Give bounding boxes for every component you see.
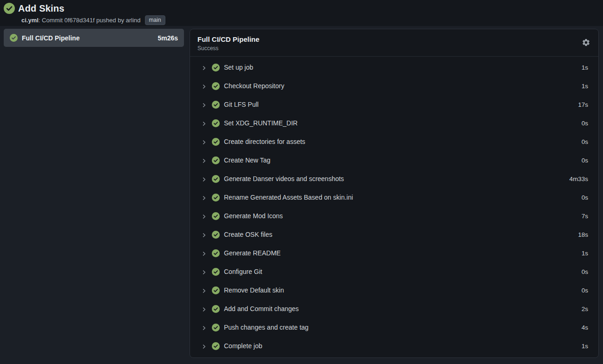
check-circle-icon: [10, 34, 18, 42]
check-circle-icon: [212, 156, 220, 164]
step-duration: 2s: [576, 306, 588, 312]
step-duration: 0s: [576, 157, 588, 164]
run-title: Add Skins: [18, 3, 65, 14]
step-name: Git LFS Pull: [224, 101, 572, 108]
job-title: Full CI/CD Pipeline: [197, 35, 590, 43]
step-duration: 4s: [576, 324, 588, 331]
step-name: Create OSK files: [224, 231, 572, 238]
check-circle-icon: [212, 64, 220, 72]
gear-icon[interactable]: [581, 37, 591, 47]
run-subtitle: ci.yml: Commit 0f678d341f pushed by arli…: [21, 15, 598, 25]
step-row[interactable]: Set XDG_RUNTIME_DIR 0s: [201, 114, 588, 132]
chevron-right-icon[interactable]: [201, 269, 207, 275]
step-duration: 0s: [576, 287, 588, 294]
step-duration: 0s: [576, 120, 588, 127]
job-detail-header: Full CI/CD Pipeline Success: [190, 29, 598, 57]
step-row[interactable]: Generate Mod Icons 7s: [201, 207, 588, 225]
check-circle-icon: [4, 3, 15, 14]
chevron-right-icon[interactable]: [201, 102, 207, 108]
job-name: Full CI/CD Pipeline: [22, 34, 157, 42]
step-name: Configure Git: [224, 268, 576, 275]
step-duration: 18s: [572, 231, 588, 238]
step-row[interactable]: Set up job 1s: [201, 58, 588, 77]
run-header: Add Skins ci.yml: Commit 0f678d341f push…: [0, 0, 603, 26]
check-circle-icon: [212, 175, 220, 183]
check-circle-icon: [212, 286, 220, 294]
step-row[interactable]: Generate README 1s: [201, 244, 588, 262]
step-duration: 1s: [576, 83, 588, 90]
step-row[interactable]: Generate Danser videos and screenshots 4…: [201, 169, 588, 188]
chevron-right-icon[interactable]: [201, 83, 207, 89]
chevron-right-icon[interactable]: [201, 287, 207, 293]
step-duration: 1s: [576, 343, 588, 350]
check-circle-icon: [212, 249, 220, 257]
check-circle-icon: [212, 82, 220, 90]
step-name: Push changes and create tag: [224, 324, 576, 331]
step-duration: 0s: [576, 268, 588, 275]
chevron-right-icon[interactable]: [201, 213, 207, 219]
step-row[interactable]: Checkout Repository 1s: [201, 77, 588, 95]
chevron-right-icon[interactable]: [201, 232, 207, 238]
step-duration: 7s: [576, 213, 588, 220]
job-duration: 5m26s: [157, 34, 178, 42]
check-circle-icon: [212, 101, 220, 109]
steps-list: Set up job 1s Checkout Repository 1s: [190, 57, 598, 358]
step-row[interactable]: Create OSK files 18s: [201, 225, 588, 244]
chevron-right-icon[interactable]: [201, 176, 207, 182]
chevron-right-icon[interactable]: [201, 325, 207, 331]
check-circle-icon: [212, 324, 220, 332]
check-circle-icon: [212, 342, 220, 350]
step-name: Remove Default skin: [224, 286, 576, 294]
check-circle-icon: [212, 231, 220, 239]
chevron-right-icon[interactable]: [201, 120, 207, 126]
sidebar-job-item[interactable]: Full CI/CD Pipeline 5m26s: [4, 29, 184, 47]
chevron-right-icon[interactable]: [201, 250, 207, 256]
commit-text: : Commit 0f678d341f pushed by arlind: [39, 17, 141, 24]
job-status: Success: [197, 45, 590, 52]
chevron-right-icon[interactable]: [201, 139, 207, 145]
job-detail-panel: Full CI/CD Pipeline Success Set up job 1…: [190, 29, 599, 358]
chevron-right-icon[interactable]: [201, 195, 207, 201]
check-circle-icon: [212, 119, 220, 127]
step-row[interactable]: Push changes and create tag 4s: [201, 318, 588, 337]
workflow-file: ci.yml: [21, 17, 39, 24]
step-row[interactable]: Configure Git 0s: [201, 262, 588, 281]
step-duration: 4m33s: [564, 176, 588, 182]
step-duration: 1s: [576, 64, 588, 71]
check-circle-icon: [212, 268, 220, 276]
step-row[interactable]: Create directories for assets 0s: [201, 132, 588, 151]
step-name: Set up job: [224, 64, 576, 71]
step-duration: 1s: [576, 250, 588, 257]
step-name: Generate Danser videos and screenshots: [224, 175, 564, 182]
step-name: Create New Tag: [224, 156, 576, 164]
chevron-right-icon[interactable]: [201, 65, 207, 71]
step-row[interactable]: Rename Generated Assets Based on skin.in…: [201, 188, 588, 207]
step-row[interactable]: Git LFS Pull 17s: [201, 95, 588, 114]
step-row[interactable]: Remove Default skin 0s: [201, 281, 588, 299]
step-name: Checkout Repository: [224, 82, 576, 90]
step-name: Add and Commit changes: [224, 305, 576, 312]
step-name: Generate README: [224, 249, 576, 257]
chevron-right-icon[interactable]: [201, 343, 207, 349]
step-name: Set XDG_RUNTIME_DIR: [224, 119, 576, 127]
step-row[interactable]: Create New Tag 0s: [201, 151, 588, 169]
step-row[interactable]: Complete job 1s: [201, 337, 588, 355]
check-circle-icon: [212, 138, 220, 146]
branch-badge[interactable]: main: [145, 15, 165, 25]
step-row[interactable]: Add and Commit changes 2s: [201, 299, 588, 318]
step-name: Rename Generated Assets Based on skin.in…: [224, 194, 576, 201]
chevron-right-icon[interactable]: [201, 306, 207, 312]
step-duration: 0s: [576, 138, 588, 145]
check-circle-icon: [212, 194, 220, 202]
check-circle-icon: [212, 305, 220, 313]
step-name: Complete job: [224, 342, 576, 350]
chevron-right-icon[interactable]: [201, 157, 207, 163]
step-duration: 17s: [572, 101, 588, 108]
step-duration: 0s: [576, 194, 588, 201]
check-circle-icon: [212, 212, 220, 220]
step-name: Create directories for assets: [224, 138, 576, 145]
step-name: Generate Mod Icons: [224, 212, 576, 220]
